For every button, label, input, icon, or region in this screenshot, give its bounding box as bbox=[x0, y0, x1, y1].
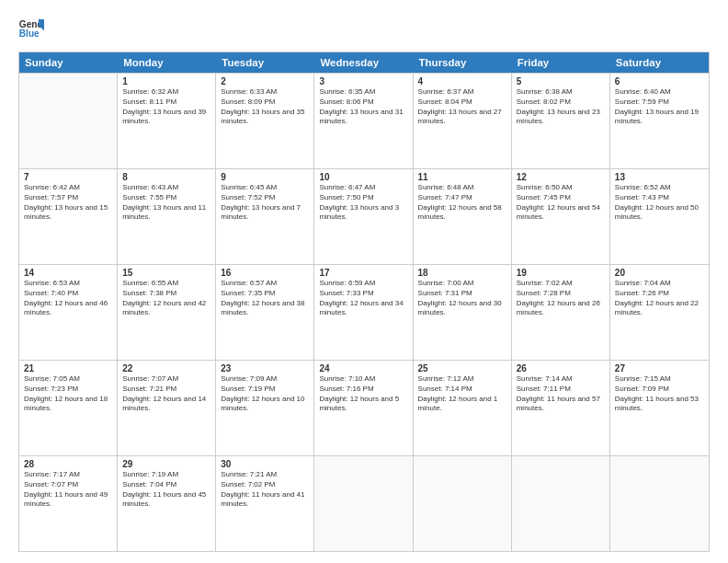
day-info: Sunrise: 6:57 AMSunset: 7:35 PMDaylight:… bbox=[221, 279, 309, 318]
day-number: 4 bbox=[418, 76, 506, 86]
day-number: 27 bbox=[615, 363, 704, 373]
day-cell-12: 12Sunrise: 6:50 AMSunset: 7:45 PMDayligh… bbox=[512, 169, 610, 264]
week-row-3: 14Sunrise: 6:53 AMSunset: 7:40 PMDayligh… bbox=[19, 264, 709, 360]
day-cell-7: 7Sunrise: 6:42 AMSunset: 7:57 PMDaylight… bbox=[19, 169, 118, 264]
day-number: 26 bbox=[517, 363, 605, 373]
day-info: Sunrise: 7:17 AMSunset: 7:07 PMDaylight:… bbox=[24, 470, 112, 510]
day-info: Sunrise: 6:33 AMSunset: 8:09 PMDaylight:… bbox=[221, 87, 309, 127]
day-number: 1 bbox=[122, 76, 210, 86]
day-of-week-saturday: Saturday bbox=[610, 52, 709, 73]
day-info: Sunrise: 6:38 AMSunset: 8:02 PMDaylight:… bbox=[517, 87, 605, 127]
day-info: Sunrise: 6:35 AMSunset: 8:06 PMDaylight:… bbox=[319, 87, 407, 127]
empty-cell bbox=[610, 456, 709, 551]
day-number: 23 bbox=[221, 363, 309, 373]
day-cell-16: 16Sunrise: 6:57 AMSunset: 7:35 PMDayligh… bbox=[216, 265, 314, 360]
day-info: Sunrise: 7:12 AMSunset: 7:14 PMDaylight:… bbox=[418, 374, 506, 414]
day-cell-8: 8Sunrise: 6:43 AMSunset: 7:55 PMDaylight… bbox=[118, 169, 216, 264]
day-number: 6 bbox=[615, 76, 704, 86]
day-info: Sunrise: 7:00 AMSunset: 7:31 PMDaylight:… bbox=[418, 279, 506, 318]
empty-cell bbox=[512, 456, 610, 551]
logo: General Blue bbox=[18, 17, 44, 42]
day-info: Sunrise: 7:15 AMSunset: 7:09 PMDaylight:… bbox=[615, 374, 704, 414]
day-cell-13: 13Sunrise: 6:52 AMSunset: 7:43 PMDayligh… bbox=[610, 169, 709, 264]
day-info: Sunrise: 6:42 AMSunset: 7:57 PMDaylight:… bbox=[24, 183, 112, 223]
week-row-5: 28Sunrise: 7:17 AMSunset: 7:07 PMDayligh… bbox=[19, 455, 709, 551]
day-number: 22 bbox=[122, 363, 210, 373]
day-number: 3 bbox=[319, 76, 407, 86]
day-number: 7 bbox=[24, 172, 112, 182]
empty-cell bbox=[19, 74, 118, 168]
day-number: 11 bbox=[418, 172, 506, 182]
day-of-week-friday: Friday bbox=[512, 52, 610, 73]
day-number: 8 bbox=[122, 172, 210, 182]
day-cell-20: 20Sunrise: 7:04 AMSunset: 7:26 PMDayligh… bbox=[610, 265, 709, 360]
empty-cell bbox=[314, 456, 413, 551]
calendar: SundayMondayTuesdayWednesdayThursdayFrid… bbox=[18, 52, 710, 552]
day-cell-29: 29Sunrise: 7:19 AMSunset: 7:04 PMDayligh… bbox=[118, 456, 216, 551]
week-row-1: 1Sunrise: 6:32 AMSunset: 8:11 PMDaylight… bbox=[19, 73, 709, 168]
calendar-body: 1Sunrise: 6:32 AMSunset: 8:11 PMDaylight… bbox=[19, 73, 709, 551]
day-cell-10: 10Sunrise: 6:47 AMSunset: 7:50 PMDayligh… bbox=[314, 169, 413, 264]
day-of-week-wednesday: Wednesday bbox=[314, 52, 413, 73]
day-cell-15: 15Sunrise: 6:55 AMSunset: 7:38 PMDayligh… bbox=[118, 265, 216, 360]
day-number: 2 bbox=[221, 76, 309, 86]
day-number: 14 bbox=[24, 268, 112, 278]
day-cell-28: 28Sunrise: 7:17 AMSunset: 7:07 PMDayligh… bbox=[19, 456, 118, 551]
day-cell-4: 4Sunrise: 6:37 AMSunset: 8:04 PMDaylight… bbox=[414, 74, 512, 168]
day-number: 21 bbox=[24, 363, 112, 373]
empty-cell bbox=[414, 456, 512, 551]
day-info: Sunrise: 6:32 AMSunset: 8:11 PMDaylight:… bbox=[122, 87, 210, 127]
day-cell-22: 22Sunrise: 7:07 AMSunset: 7:21 PMDayligh… bbox=[118, 361, 216, 455]
day-cell-27: 27Sunrise: 7:15 AMSunset: 7:09 PMDayligh… bbox=[610, 361, 709, 455]
day-number: 13 bbox=[615, 172, 704, 182]
day-of-week-sunday: Sunday bbox=[19, 52, 118, 73]
day-cell-26: 26Sunrise: 7:14 AMSunset: 7:11 PMDayligh… bbox=[512, 361, 610, 455]
day-info: Sunrise: 7:05 AMSunset: 7:23 PMDaylight:… bbox=[24, 374, 112, 414]
day-info: Sunrise: 6:47 AMSunset: 7:50 PMDaylight:… bbox=[319, 183, 407, 223]
day-number: 20 bbox=[615, 268, 704, 278]
day-number: 17 bbox=[319, 268, 407, 278]
week-row-2: 7Sunrise: 6:42 AMSunset: 7:57 PMDaylight… bbox=[19, 168, 709, 264]
day-cell-2: 2Sunrise: 6:33 AMSunset: 8:09 PMDaylight… bbox=[216, 74, 314, 168]
day-cell-1: 1Sunrise: 6:32 AMSunset: 8:11 PMDaylight… bbox=[118, 74, 216, 168]
day-number: 16 bbox=[221, 268, 309, 278]
day-info: Sunrise: 6:53 AMSunset: 7:40 PMDaylight:… bbox=[24, 279, 112, 318]
week-row-4: 21Sunrise: 7:05 AMSunset: 7:23 PMDayligh… bbox=[19, 360, 709, 455]
day-cell-17: 17Sunrise: 6:59 AMSunset: 7:33 PMDayligh… bbox=[314, 265, 413, 360]
day-cell-24: 24Sunrise: 7:10 AMSunset: 7:16 PMDayligh… bbox=[314, 361, 413, 455]
day-number: 10 bbox=[319, 172, 407, 182]
day-info: Sunrise: 6:52 AMSunset: 7:43 PMDaylight:… bbox=[615, 183, 704, 223]
day-info: Sunrise: 6:48 AMSunset: 7:47 PMDaylight:… bbox=[418, 183, 506, 223]
day-info: Sunrise: 6:37 AMSunset: 8:04 PMDaylight:… bbox=[418, 87, 506, 127]
calendar-header: SundayMondayTuesdayWednesdayThursdayFrid… bbox=[19, 52, 709, 73]
day-of-week-monday: Monday bbox=[118, 52, 216, 73]
day-info: Sunrise: 6:43 AMSunset: 7:55 PMDaylight:… bbox=[122, 183, 210, 223]
day-number: 29 bbox=[122, 459, 210, 469]
day-info: Sunrise: 7:07 AMSunset: 7:21 PMDaylight:… bbox=[122, 374, 210, 414]
day-number: 25 bbox=[418, 363, 506, 373]
day-info: Sunrise: 6:55 AMSunset: 7:38 PMDaylight:… bbox=[122, 279, 210, 318]
day-number: 19 bbox=[517, 268, 605, 278]
day-info: Sunrise: 7:14 AMSunset: 7:11 PMDaylight:… bbox=[517, 374, 605, 414]
day-info: Sunrise: 7:02 AMSunset: 7:28 PMDaylight:… bbox=[517, 279, 605, 318]
day-cell-5: 5Sunrise: 6:38 AMSunset: 8:02 PMDaylight… bbox=[512, 74, 610, 168]
day-number: 28 bbox=[24, 459, 112, 469]
day-cell-19: 19Sunrise: 7:02 AMSunset: 7:28 PMDayligh… bbox=[512, 265, 610, 360]
day-number: 30 bbox=[221, 459, 309, 469]
day-info: Sunrise: 7:19 AMSunset: 7:04 PMDaylight:… bbox=[122, 470, 210, 510]
day-info: Sunrise: 7:09 AMSunset: 7:19 PMDaylight:… bbox=[221, 374, 309, 414]
day-number: 15 bbox=[122, 268, 210, 278]
day-info: Sunrise: 6:40 AMSunset: 7:59 PMDaylight:… bbox=[615, 87, 704, 127]
day-number: 5 bbox=[517, 76, 605, 86]
day-number: 18 bbox=[418, 268, 506, 278]
day-cell-25: 25Sunrise: 7:12 AMSunset: 7:14 PMDayligh… bbox=[414, 361, 512, 455]
day-of-week-tuesday: Tuesday bbox=[216, 52, 314, 73]
svg-text:Blue: Blue bbox=[19, 29, 40, 39]
day-info: Sunrise: 6:50 AMSunset: 7:45 PMDaylight:… bbox=[517, 183, 605, 223]
day-cell-9: 9Sunrise: 6:45 AMSunset: 7:52 PMDaylight… bbox=[216, 169, 314, 264]
header: General Blue bbox=[18, 17, 710, 42]
day-number: 24 bbox=[319, 363, 407, 373]
day-cell-18: 18Sunrise: 7:00 AMSunset: 7:31 PMDayligh… bbox=[414, 265, 512, 360]
day-info: Sunrise: 6:59 AMSunset: 7:33 PMDaylight:… bbox=[319, 279, 407, 318]
day-info: Sunrise: 6:45 AMSunset: 7:52 PMDaylight:… bbox=[221, 183, 309, 223]
